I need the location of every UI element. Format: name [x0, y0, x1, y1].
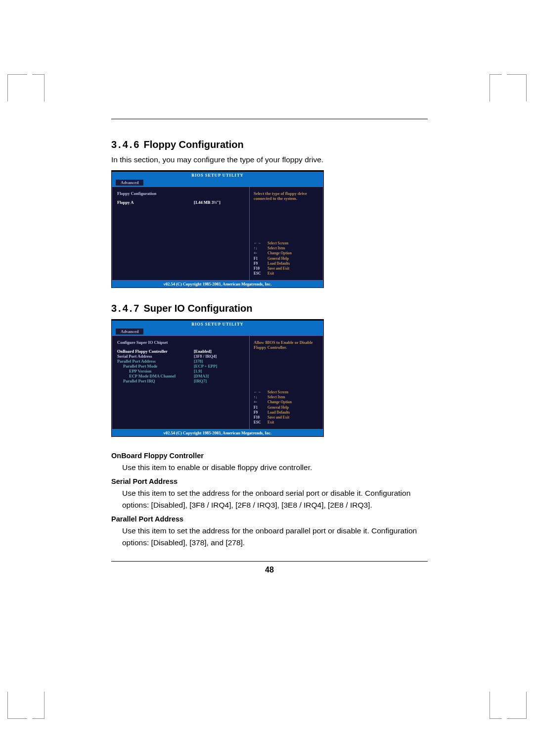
bios-help-text: Allow BIOS to Enable or Disable Floppy C…: [254, 340, 319, 350]
bios-row: Parallel Port Address[378]: [117, 359, 244, 364]
crop-mark: [32, 692, 44, 719]
section-number: 3.4.6: [111, 139, 140, 150]
bios-nav-keys: ←→Select Screen ↑↓Select Item +-Change O…: [254, 390, 319, 425]
crop-mark: [7, 74, 27, 101]
bios-row: Parallel Port IRQ[IRQ7]: [117, 378, 244, 383]
bios-screenshot-superio: BIOS SETUP UTILITY Advanced Configure Su…: [111, 319, 324, 437]
paragraph-serial: Use this item to set the address for the…: [122, 487, 428, 511]
crop-mark: [7, 692, 27, 719]
subheading-parallel: Parallel Port Address: [111, 515, 428, 523]
bios-footer: v02.54 (C) Copyright 1985-2003, American…: [112, 429, 323, 436]
page-number: 48: [111, 566, 428, 574]
section-title: Super IO Configuration: [143, 303, 252, 314]
bios-footer: v02.54 (C) Copyright 1985-2003, American…: [112, 281, 323, 287]
bios-tab-advanced: Advanced: [116, 329, 143, 334]
bios-section-label: Configure Super IO Chipset: [117, 340, 244, 345]
crop-mark: [507, 692, 527, 719]
bios-row: ECP Mode DMA Channel[DMA3]: [117, 374, 244, 378]
bios-right-pane: Allow BIOS to Enable or Disable Floppy C…: [249, 335, 323, 429]
subheading-serial: Serial Port Address: [111, 477, 428, 485]
section-heading-floppy: 3.4.6Floppy Configuration: [111, 139, 428, 150]
bios-tabbar: Advanced: [112, 328, 323, 335]
bios-row: Serial Port Address[3F8 / IRQ4]: [117, 354, 244, 359]
paragraph-parallel: Use this item to set the address for the…: [122, 525, 428, 549]
bios-right-pane: Select the type of floppy drive connecte…: [249, 187, 323, 281]
crop-mark: [490, 692, 502, 719]
bios-left-pane: Configure Super IO Chipset OnBoard Flopp…: [112, 335, 249, 429]
bios-body: Configure Super IO Chipset OnBoard Flopp…: [112, 335, 323, 429]
bios-row: OnBoard Floppy Controller[Enabled]: [117, 349, 244, 354]
crop-mark: [32, 74, 44, 101]
bottom-rule: [111, 561, 428, 562]
bios-body: Floppy Configuration Floppy A [1.44 MB 3…: [112, 187, 323, 281]
bios-screenshot-floppy: BIOS SETUP UTILITY Advanced Floppy Confi…: [111, 170, 324, 288]
crop-mark: [490, 74, 502, 101]
section-title: Floppy Configuration: [143, 139, 243, 150]
bios-tab-advanced: Advanced: [116, 180, 143, 186]
bios-help-text: Select the type of floppy drive connecte…: [254, 191, 319, 201]
bios-row-label: Floppy A: [117, 200, 194, 205]
bios-title: BIOS SETUP UTILITY: [112, 172, 323, 179]
bios-row: Parallel Port Mode[ECP + EPP]: [117, 364, 244, 369]
crop-mark: [507, 74, 527, 101]
bios-nav-keys: ←→Select Screen ↑↓Select Item +-Change O…: [254, 241, 319, 276]
bios-title: BIOS SETUP UTILITY: [112, 321, 323, 328]
bios-tabbar: Advanced: [112, 179, 323, 187]
bios-row-floppy-a: Floppy A [1.44 MB 3½"]: [117, 200, 244, 205]
bios-section-label: Floppy Configuration: [117, 191, 244, 196]
section-heading-superio: 3.4.7Super IO Configuration: [111, 303, 428, 314]
subheading-onboard: OnBoard Floppy Controller: [111, 452, 428, 460]
page-content: 3.4.6Floppy Configuration In this sectio…: [111, 74, 428, 574]
section-intro: In this section, you may configure the t…: [111, 155, 428, 164]
bios-row-value: [1.44 MB 3½"]: [194, 200, 221, 205]
paragraph-onboard: Use this item to enable or disable flopp…: [122, 462, 428, 473]
bios-row: EPP Version[1.9]: [117, 369, 244, 374]
bios-left-pane: Floppy Configuration Floppy A [1.44 MB 3…: [112, 187, 249, 281]
section-number: 3.4.7: [111, 303, 140, 314]
top-rule: [111, 119, 428, 119]
